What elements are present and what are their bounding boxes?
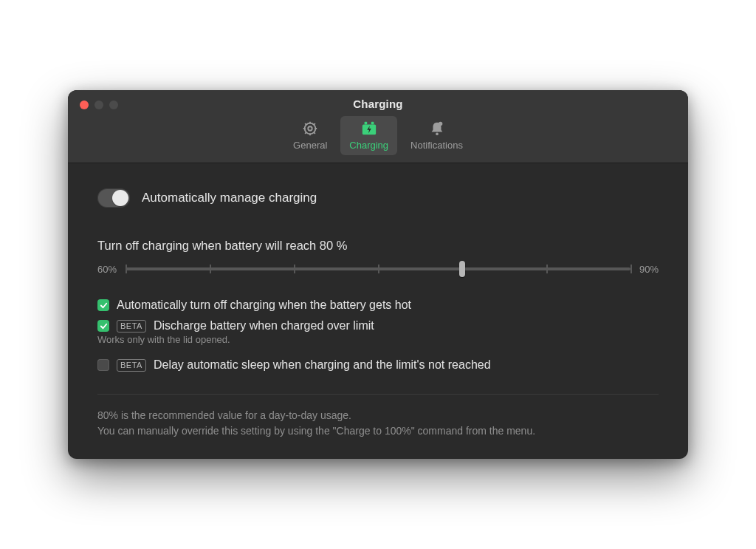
- tab-charging[interactable]: Charging: [340, 116, 397, 155]
- slider-thumb[interactable]: [459, 261, 465, 277]
- svg-point-1: [308, 126, 312, 131]
- svg-point-13: [436, 133, 439, 136]
- close-button[interactable]: [80, 100, 89, 109]
- minimize-button[interactable]: [94, 100, 103, 109]
- svg-line-9: [314, 123, 315, 125]
- svg-rect-11: [364, 122, 367, 125]
- toggle-knob: [112, 190, 128, 206]
- preferences-window: Charging General: [68, 90, 688, 459]
- checkbox-hot-label: Automatically turn off charging when the…: [117, 299, 411, 312]
- checkbox-discharge-label: Discharge battery when charged over limi…: [154, 319, 374, 333]
- window-controls: [80, 100, 118, 109]
- divider: [97, 394, 659, 395]
- svg-line-8: [305, 132, 306, 134]
- window-title: Charging: [68, 98, 688, 110]
- slider-label: Turn off charging when battery will reac…: [97, 239, 659, 253]
- footer-line-2: You can manually override this setting b…: [97, 423, 659, 438]
- auto-manage-toggle[interactable]: [97, 188, 130, 208]
- svg-line-6: [305, 123, 306, 125]
- tab-general[interactable]: General: [284, 116, 336, 155]
- tab-notifications[interactable]: Notifications: [402, 116, 472, 155]
- content-pane: Automatically manage charging Turn off c…: [68, 163, 688, 459]
- slider-max-label: 90%: [639, 264, 659, 275]
- tab-label: General: [293, 140, 327, 151]
- beta-badge: BETA: [117, 359, 146, 372]
- tab-label: Notifications: [410, 140, 463, 151]
- beta-badge: BETA: [117, 320, 146, 333]
- discharge-hint: Works only with the lid opened.: [97, 334, 659, 345]
- charge-limit-slider[interactable]: [126, 260, 630, 278]
- zoom-button[interactable]: [109, 100, 118, 109]
- titlebar: Charging General: [68, 90, 688, 163]
- checkbox-discharge[interactable]: [97, 320, 109, 332]
- auto-manage-label: Automatically manage charging: [142, 191, 317, 205]
- checkbox-delay-sleep[interactable]: [97, 359, 109, 371]
- svg-line-7: [314, 132, 315, 134]
- footer-line-1: 80% is the recommended value for a day-t…: [97, 408, 659, 423]
- tab-label: Charging: [349, 140, 388, 151]
- bell-icon: [429, 120, 445, 137]
- footer-note: 80% is the recommended value for a day-t…: [97, 408, 659, 438]
- checkbox-delay-sleep-label: Delay automatic sleep when charging and …: [154, 358, 491, 372]
- toolbar-tabs: General Charging: [68, 116, 688, 155]
- battery-charging-icon: [361, 120, 377, 137]
- slider-min-label: 60%: [97, 264, 117, 275]
- checkbox-hot[interactable]: [97, 299, 109, 311]
- svg-rect-12: [371, 122, 374, 125]
- gear-icon: [302, 120, 318, 137]
- svg-point-14: [438, 122, 442, 126]
